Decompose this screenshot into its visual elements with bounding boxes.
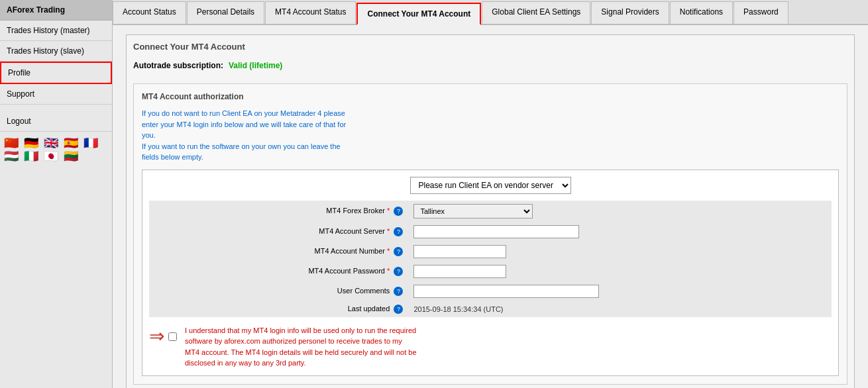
tabs-bar: Account Status Personal Details MT4 Acco… (113, 0, 868, 25)
flag-gb[interactable]: 🇬🇧 (44, 137, 62, 149)
sidebar: AForex Trading Trades History (master) T… (0, 0, 113, 388)
server-select-row: Please run Client EA on vendor server (149, 177, 832, 194)
input-cell-comments (408, 281, 832, 301)
arrow-right-icon: ⇒ (149, 325, 164, 347)
form-row-comments: User Comments ? (149, 281, 832, 301)
arrow-checkbox-wrapper: ⇒ (149, 325, 177, 347)
last-updated-value: 2015-09-18 15:34:34 (UTC) (413, 305, 503, 313)
account-password-input[interactable] (413, 265, 506, 278)
tab-personal-details[interactable]: Personal Details (187, 1, 264, 24)
form-row-password: MT4 Account Password * ? (149, 262, 832, 281)
input-cell-password (408, 262, 832, 281)
account-server-input[interactable] (413, 225, 579, 238)
required-star-broker: * (387, 207, 390, 215)
label-server: MT4 Account Server * ? (149, 222, 408, 242)
form-row-broker: MT4 Forex Broker * ? Tallinex (149, 201, 832, 222)
connect-section-wrapper: Connect Your MT4 Account Autotrade subsc… (126, 34, 855, 388)
tab-mt4-account-status[interactable]: MT4 Account Status (265, 1, 356, 24)
flag-it[interactable]: 🇮🇹 (24, 150, 42, 162)
sidebar-item-support[interactable]: Support (0, 84, 112, 105)
flag-de[interactable]: 🇩🇪 (24, 137, 42, 149)
form-row-last-updated: Last updated ? 2015-09-18 15:34:34 (UTC) (149, 301, 832, 317)
autotrade-label: Autotrade subscription: (133, 61, 223, 70)
required-star-server: * (387, 227, 390, 235)
label-password: MT4 Account Password * ? (149, 262, 408, 281)
help-icon-account-number[interactable]: ? (394, 247, 403, 256)
auth-info-text: If you do not want to run Client EA on y… (142, 108, 394, 163)
help-icon-password[interactable]: ? (394, 267, 403, 276)
label-last-updated: Last updated ? (149, 301, 408, 317)
sidebar-flags: 🇨🇳 🇩🇪 🇬🇧 🇪🇸 🇫🇷 🇭🇺 🇮🇹 🇯🇵 🇱🇹 (0, 132, 112, 168)
sidebar-title: AForex Trading (0, 0, 112, 21)
tab-signal-providers[interactable]: Signal Providers (591, 1, 669, 24)
connect-section-header: Connect Your MT4 Account (133, 42, 847, 52)
required-star-account-number: * (387, 247, 390, 255)
sidebar-item-profile[interactable]: Profile (0, 62, 112, 84)
form-table: MT4 Forex Broker * ? Tallinex (149, 201, 832, 317)
flag-hu[interactable]: 🇭🇺 (4, 150, 23, 162)
tab-connect-mt4-account[interactable]: Connect Your MT4 Account (356, 3, 481, 25)
flag-fr[interactable]: 🇫🇷 (83, 137, 102, 149)
flag-lt[interactable]: 🇱🇹 (64, 150, 82, 162)
help-icon-comments[interactable]: ? (394, 287, 403, 296)
terms-row: ⇒ I understand that my MT4 login info wi… (149, 325, 832, 369)
flag-jp[interactable]: 🇯🇵 (44, 150, 62, 162)
label-comments: User Comments ? (149, 281, 408, 301)
form-row-account-number: MT4 Account Number * ? (149, 242, 832, 262)
input-cell-account-number (408, 242, 832, 262)
terms-text: I understand that my MT4 login info will… (185, 325, 417, 369)
autotrade-value: Valid (lifetime) (229, 61, 282, 70)
tab-account-status[interactable]: Account Status (113, 1, 186, 24)
form-row-server: MT4 Account Server * ? (149, 222, 832, 242)
tab-password[interactable]: Password (733, 1, 788, 24)
account-number-input[interactable] (413, 245, 506, 258)
help-icon-server[interactable]: ? (394, 227, 403, 236)
label-account-number: MT4 Account Number * ? (149, 242, 408, 262)
tab-notifications[interactable]: Notifications (670, 1, 733, 24)
label-broker: MT4 Forex Broker * ? (149, 201, 408, 222)
terms-checkbox[interactable] (168, 332, 177, 341)
server-select[interactable]: Please run Client EA on vendor server (410, 177, 571, 194)
broker-select[interactable]: Tallinex (413, 204, 533, 218)
help-icon-broker[interactable]: ? (394, 207, 403, 216)
sidebar-item-trades-history-master[interactable]: Trades History (master) (0, 21, 112, 41)
flag-cn[interactable]: 🇨🇳 (4, 137, 23, 149)
required-star-password: * (387, 267, 390, 275)
flag-es[interactable]: 🇪🇸 (64, 137, 82, 149)
main-content: Account Status Personal Details MT4 Acco… (113, 0, 868, 388)
input-cell-server (408, 222, 832, 242)
user-comments-input[interactable] (413, 285, 599, 298)
inner-form-box: Please run Client EA on vendor server MT… (142, 170, 839, 376)
auth-section-title: MT4 Account authorization (142, 92, 839, 101)
page-content: Connect Your MT4 Account Autotrade subsc… (113, 25, 868, 388)
sidebar-item-trades-history-slave[interactable]: Trades History (slave) (0, 41, 112, 62)
help-icon-last-updated[interactable]: ? (394, 305, 403, 314)
sidebar-item-logout[interactable]: Logout (0, 111, 112, 132)
tab-global-client-ea-settings[interactable]: Global Client EA Settings (482, 1, 590, 24)
autotrade-row: Autotrade subscription: Valid (lifetime) (133, 58, 847, 73)
input-cell-last-updated: 2015-09-18 15:34:34 (UTC) (408, 301, 832, 317)
auth-section: MT4 Account authorization If you do not … (133, 83, 847, 385)
input-cell-broker: Tallinex (408, 201, 832, 222)
